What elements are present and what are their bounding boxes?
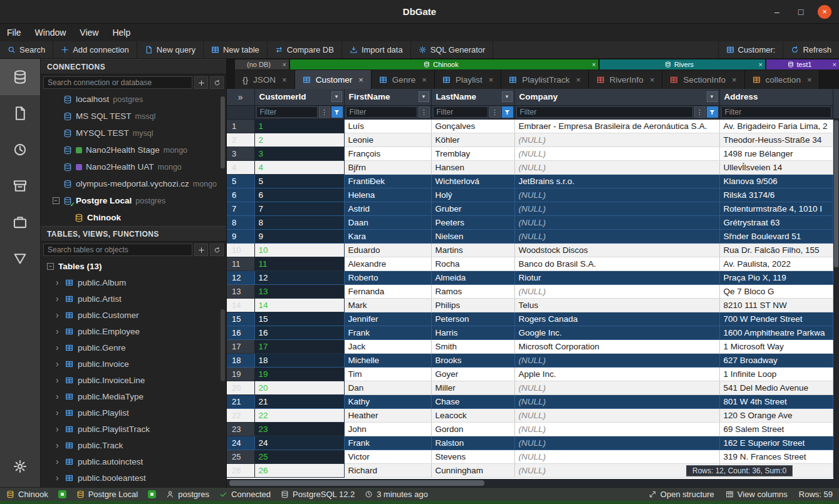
chevron-right-icon[interactable]: › (56, 310, 61, 320)
connection-item[interactable]: − ✓ MYSQL TEST mysql (41, 125, 226, 141)
cell-lastname[interactable]: Rocha (431, 257, 514, 270)
chevron-right-icon[interactable]: › (56, 342, 61, 352)
cell-lastname[interactable]: Stevens (431, 450, 514, 463)
cell-lastname[interactable]: Philips (431, 298, 514, 312)
toolbar-button[interactable]: SQL Generator (411, 41, 494, 58)
cell-customerid[interactable]: 19 (254, 367, 344, 381)
cell-lastname[interactable]: Tremblay (431, 147, 514, 160)
cell-lastname[interactable]: Gruber (431, 202, 514, 215)
row-number[interactable]: 6 (227, 188, 254, 202)
cell-customerid[interactable]: 15 (254, 312, 344, 326)
cell-address[interactable]: 319 N. Frances Street (719, 450, 833, 463)
cell-lastname[interactable]: Chase (431, 394, 514, 408)
toolbar-button[interactable]: Import data (342, 41, 411, 58)
cell-address[interactable]: 120 S Orange Ave (719, 408, 833, 422)
file-tab[interactable]: collection × (745, 70, 820, 89)
activity-bar-item[interactable] (0, 131, 40, 168)
cell-address[interactable]: Rilská 3174/6 (719, 188, 833, 202)
close-icon[interactable]: × (650, 75, 655, 85)
cell-firstname[interactable]: John (344, 422, 431, 436)
row-number[interactable]: 4 (227, 160, 254, 174)
cell-lastname[interactable]: Hansen (431, 160, 514, 174)
row-number[interactable]: 3 (227, 147, 254, 160)
cell-firstname[interactable]: Fernanda (344, 284, 431, 298)
vertical-scrollbar[interactable] (833, 119, 839, 479)
row-number[interactable]: 1 (227, 119, 254, 133)
cell-lastname[interactable]: Cunningham (431, 463, 514, 477)
cell-customerid[interactable]: 22 (254, 408, 344, 422)
cell-address[interactable]: 541 Del Medio Avenue (719, 381, 833, 394)
row-number[interactable]: 18 (227, 353, 254, 367)
add-connection-mini-button[interactable] (194, 76, 208, 89)
table-list-item[interactable]: › public.MediaType (41, 388, 226, 404)
cell-company[interactable]: (NULL) (514, 202, 719, 215)
cell-customerid[interactable]: 6 (254, 188, 344, 202)
connection-search-input[interactable] (43, 76, 192, 89)
table-list-item[interactable]: › public.booleantest (41, 470, 226, 486)
cell-customerid[interactable]: 20 (254, 381, 344, 394)
cell-lastname[interactable]: Smith (431, 339, 514, 353)
cell-address[interactable]: 8210 111 ST NW (719, 298, 833, 312)
filter-menu-icon[interactable]: ⋮ (694, 106, 706, 118)
statusbar-item[interactable]: Rows: 59 (799, 490, 833, 499)
cell-firstname[interactable]: Alexandre (344, 257, 431, 270)
cell-firstname[interactable]: FrantiĐek (344, 174, 431, 188)
cell-firstname[interactable]: Kara (344, 229, 431, 243)
cell-address[interactable]: 1600 Amphitheatre Parkwa (719, 326, 833, 339)
column-header-customerid[interactable]: CustomerId▼ (254, 89, 344, 105)
cell-customerid[interactable]: 5 (254, 174, 344, 188)
toolbar-button[interactable]: Customer: (718, 41, 783, 58)
menu-item[interactable]: View (73, 24, 105, 41)
close-icon[interactable]: × (358, 75, 363, 85)
settings-button[interactable] (0, 448, 40, 485)
cell-firstname[interactable]: Victor (344, 450, 431, 463)
table-list-item[interactable]: › public.autoinctest (41, 453, 226, 470)
cell-company[interactable]: Telus (514, 298, 719, 312)
row-number[interactable]: 23 (227, 422, 254, 436)
chevron-right-icon[interactable]: › (56, 391, 61, 401)
filter-funnel-icon[interactable] (707, 106, 718, 118)
chevron-right-icon[interactable]: › (56, 424, 61, 434)
collapse-icon[interactable]: − (53, 197, 60, 204)
row-number[interactable]: 17 (227, 339, 254, 353)
chevron-right-icon[interactable]: › (56, 456, 61, 466)
cell-company[interactable]: Rogers Canada (514, 312, 719, 326)
table-list-item[interactable]: › public.Genre (41, 339, 226, 356)
file-tab[interactable]: Playlist × (435, 70, 501, 89)
cell-customerid[interactable]: 17 (254, 339, 344, 353)
row-number[interactable]: 26 (227, 463, 254, 477)
filter-input-customerid[interactable]: Filter (256, 106, 318, 118)
cell-customerid[interactable]: 26 (254, 463, 344, 477)
database-group-tab[interactable]: (no DB) × (235, 59, 289, 69)
close-icon[interactable]: × (732, 75, 737, 85)
chevron-down-icon[interactable]: ▼ (331, 91, 342, 102)
cell-address[interactable]: Theodor-Heuss-Straße 34 (719, 133, 833, 147)
minimize-button[interactable]: – (770, 5, 784, 19)
statusbar-item[interactable]: Postgre Local (76, 490, 138, 499)
cell-company[interactable]: (NULL) (514, 284, 719, 298)
statusbar-item[interactable]: Connected (219, 490, 271, 499)
cell-company[interactable]: (NULL) (514, 147, 719, 160)
file-tab[interactable]: Customer × (295, 70, 372, 89)
cell-firstname[interactable]: Kathy (344, 394, 431, 408)
cell-firstname[interactable]: Eduardo (344, 243, 431, 257)
chevron-right-icon[interactable]: › (56, 408, 61, 418)
cell-firstname[interactable]: Richard (344, 463, 431, 477)
cell-company[interactable]: (NULL) (514, 188, 719, 202)
activity-bar-item[interactable] (0, 168, 40, 204)
filter-input-lastname[interactable]: Filter (433, 106, 488, 118)
cell-company[interactable]: Google Inc. (514, 326, 719, 339)
cell-company[interactable]: (NULL) (514, 450, 719, 463)
cell-address[interactable]: 627 Broadway (719, 353, 833, 367)
collapse-icon[interactable]: − (47, 263, 54, 270)
connection-item[interactable]: − ✓ Postgre Local postgres (41, 192, 226, 209)
cell-customerid[interactable]: 21 (254, 394, 344, 408)
cell-lastname[interactable]: Gonçalves (431, 119, 514, 133)
cell-address[interactable]: 801 W 4th Street (719, 394, 833, 408)
cell-customerid[interactable]: 3 (254, 147, 344, 160)
filter-menu-icon[interactable]: ⋮ (319, 106, 330, 118)
connection-item[interactable]: − ✓ Chinook (41, 209, 226, 226)
toolbar-button[interactable]: New query (137, 41, 204, 58)
table-list-item[interactable]: › public.Artist (41, 291, 226, 307)
refresh-connections-button[interactable] (210, 76, 224, 89)
